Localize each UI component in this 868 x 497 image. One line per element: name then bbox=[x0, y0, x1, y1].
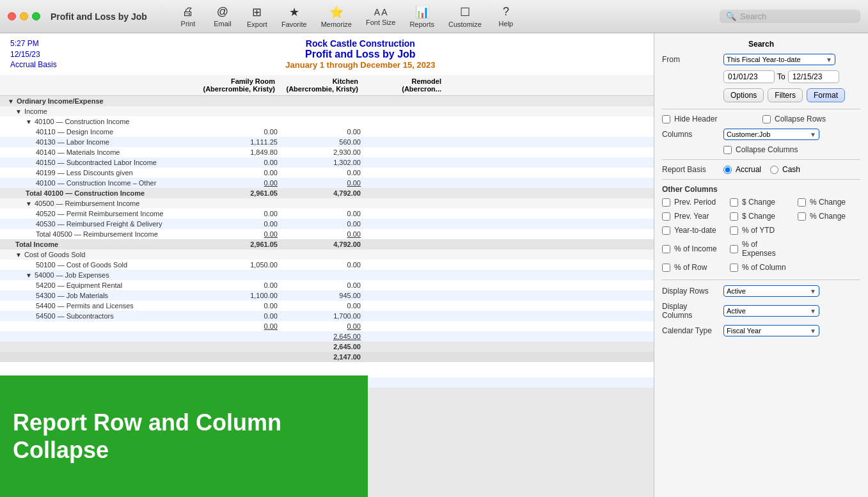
table-row: ▼40500 — Reimbursement Income bbox=[0, 198, 654, 209]
from-label: From bbox=[662, 55, 720, 64]
display-rows-label: Display Rows bbox=[662, 287, 720, 296]
pct-row-checkbox[interactable] bbox=[662, 264, 670, 272]
font-size-button[interactable]: A A Font Size bbox=[361, 6, 400, 28]
ytd-label: Year-to-date bbox=[674, 226, 716, 235]
date-from-input[interactable] bbox=[723, 70, 775, 83]
email-button[interactable]: @ Email bbox=[207, 4, 238, 29]
print-button[interactable]: 🖨 Print bbox=[173, 4, 203, 29]
toolbar: 🖨 Print @ Email ⊞ Export ★ Favorite ⭐ Me… bbox=[173, 4, 860, 29]
ytd-row: Year-to-date bbox=[662, 226, 725, 235]
filters-button[interactable]: Filters bbox=[768, 88, 803, 102]
collapse-columns-label: Collapse Columns bbox=[736, 145, 798, 154]
customize-button[interactable]: ☐ Customize bbox=[443, 4, 487, 29]
pct-ytd-checkbox[interactable] bbox=[730, 226, 738, 235]
export-label: Export bbox=[247, 20, 267, 28]
table-row: 40100 — Construction Income – Other 0.00… bbox=[0, 178, 654, 188]
table-row: 50100 — Cost of Goods Sold 1,050.00 0.00 bbox=[0, 260, 654, 270]
table-row: 54400 — Permits and Licenses 0.00 0.00 bbox=[0, 301, 654, 311]
collapse-rows-checkbox[interactable] bbox=[762, 115, 771, 123]
col-header-label bbox=[5, 77, 197, 93]
favorite-button[interactable]: ★ Favorite bbox=[276, 4, 312, 29]
maximize-button[interactable] bbox=[32, 12, 40, 20]
columns-label: Columns bbox=[662, 130, 720, 139]
pct-change-1-row: % Change bbox=[798, 198, 860, 207]
close-button[interactable] bbox=[8, 12, 16, 20]
cash-radio-row: Cash bbox=[770, 165, 800, 174]
report-meta: 5:27 PM 12/15/23 Accrual Basis bbox=[0, 33, 67, 72]
columns-dropdown[interactable]: Customer:Job ▼ bbox=[723, 129, 819, 140]
calendar-type-row: Calendar Type Fiscal Year ▼ bbox=[662, 325, 860, 336]
collapse-rows-label: Collapse Rows bbox=[775, 114, 826, 123]
date-to-input[interactable] bbox=[788, 70, 839, 83]
table-row: ▼Cost of Goods Sold bbox=[0, 249, 654, 260]
table-row: ▼Ordinary Income/Expense bbox=[0, 96, 654, 106]
display-rows-value: Active bbox=[727, 287, 746, 295]
email-label: Email bbox=[214, 20, 232, 28]
search-box[interactable]: 🔍 bbox=[720, 10, 860, 23]
pct-column-checkbox[interactable] bbox=[730, 264, 738, 272]
pct-row-label: % of Row bbox=[674, 263, 707, 272]
chevron-down-icon-5: ▼ bbox=[810, 327, 816, 335]
traffic-lights bbox=[8, 12, 40, 20]
from-dropdown[interactable]: This Fiscal Year-to-date ▼ bbox=[723, 54, 835, 65]
chevron-down-icon-4: ▼ bbox=[810, 308, 816, 315]
from-value: This Fiscal Year-to-date bbox=[727, 56, 801, 63]
table-row: 54500 — Subcontractors 0.00 1,700.00 bbox=[0, 311, 654, 321]
pct-row-row: % of Row bbox=[662, 263, 725, 272]
help-label: Help bbox=[499, 20, 514, 28]
table-row: 40199 — Less Discounts given 0.00 0.00 bbox=[0, 168, 654, 178]
table-row: 40140 — Materials Income 1,849.80 2,930.… bbox=[0, 147, 654, 157]
customize-label: Customize bbox=[448, 20, 482, 28]
display-columns-dropdown[interactable]: Active ▼ bbox=[723, 305, 819, 317]
calendar-type-dropdown[interactable]: Fiscal Year ▼ bbox=[723, 325, 819, 336]
prev-year-label: Prev. Year bbox=[674, 212, 709, 221]
report-date: 12/15/23 bbox=[10, 49, 57, 60]
collapse-columns-checkbox[interactable] bbox=[723, 146, 732, 154]
table-row: 40150 — Subcontracted Labor Income 0.00 … bbox=[0, 157, 654, 168]
table-row: 0.00 0.00 bbox=[0, 321, 654, 331]
export-button[interactable]: ⊞ Export bbox=[242, 4, 272, 29]
dollar-change-2-checkbox[interactable] bbox=[730, 212, 738, 221]
col-header-1: Family Room (Abercrombie, Kristy) bbox=[197, 77, 280, 93]
dollar-change-1-checkbox[interactable] bbox=[730, 198, 738, 207]
memorize-button[interactable]: ⭐ Memorize bbox=[316, 4, 357, 29]
accrual-radio[interactable] bbox=[723, 166, 732, 174]
reports-button[interactable]: 📊 Reports bbox=[404, 4, 439, 29]
pct-expenses-checkbox[interactable] bbox=[730, 245, 738, 253]
cash-radio[interactable] bbox=[770, 166, 778, 174]
search-icon: 🔍 bbox=[726, 12, 736, 21]
pct-change-2-checkbox[interactable] bbox=[798, 212, 806, 221]
help-button[interactable]: ? Help bbox=[491, 4, 521, 29]
prev-period-checkbox[interactable] bbox=[662, 198, 670, 207]
ytd-checkbox[interactable] bbox=[662, 226, 670, 235]
columns-row: Columns Customer:Job ▼ bbox=[662, 129, 860, 140]
dollar-change-2-label: $ Change bbox=[742, 212, 775, 221]
minimize-button[interactable] bbox=[20, 12, 28, 20]
options-button[interactable]: Options bbox=[723, 88, 764, 102]
collapse-rows-row: Collapse Rows bbox=[762, 114, 860, 123]
table-row: Total Income 2,961.05 4,792.00 bbox=[0, 239, 654, 249]
prev-year-row: Prev. Year bbox=[662, 212, 725, 221]
prev-period-label: Prev. Period bbox=[674, 198, 716, 207]
table-row: 2,147.00 bbox=[0, 352, 654, 362]
email-icon: @ bbox=[217, 5, 228, 19]
pct-change-1-checkbox[interactable] bbox=[798, 198, 806, 207]
reports-label: Reports bbox=[409, 20, 434, 28]
report-company: Rock Castle Construction bbox=[77, 38, 643, 49]
dollar-change-1-label: $ Change bbox=[742, 198, 775, 207]
calendar-type-label: Calendar Type bbox=[662, 326, 720, 335]
table-row: Total 40100 — Construction Income 2,961.… bbox=[0, 188, 654, 198]
pct-income-checkbox[interactable] bbox=[662, 245, 670, 253]
table-row: 54200 — Equipment Rental 0.00 0.00 bbox=[0, 280, 654, 290]
pct-change-2-row: % Change bbox=[798, 212, 860, 221]
pct-expenses-label: % of Expenses bbox=[742, 240, 793, 258]
table-row: 2,645.00 bbox=[0, 342, 654, 352]
col-header-2: Kitchen (Abercrombie, Kristy) bbox=[280, 77, 363, 93]
table-row: 40110 — Design Income 0.00 0.00 bbox=[0, 127, 654, 137]
display-rows-dropdown[interactable]: Active ▼ bbox=[723, 285, 819, 297]
search-input[interactable] bbox=[740, 12, 854, 21]
prev-year-checkbox[interactable] bbox=[662, 212, 670, 221]
hide-header-checkbox[interactable] bbox=[662, 115, 670, 123]
tab-buttons: Options Filters Format bbox=[723, 88, 860, 102]
format-button[interactable]: Format bbox=[807, 88, 845, 102]
